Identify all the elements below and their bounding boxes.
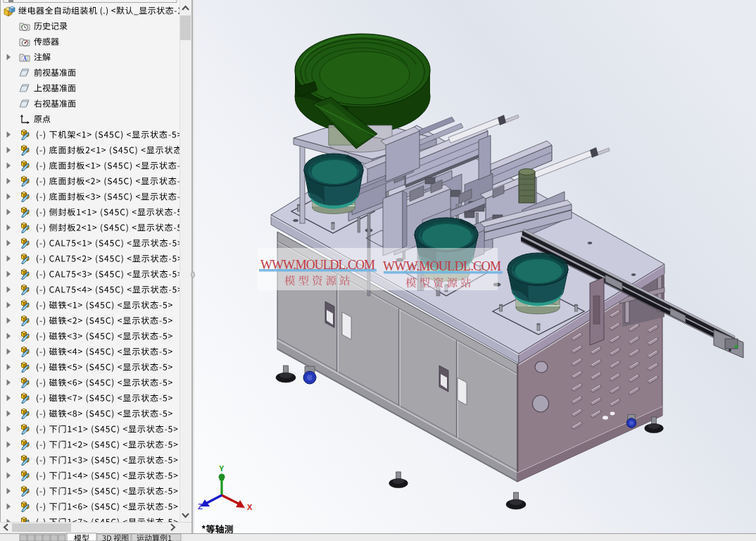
svg-text:X: X (247, 503, 253, 511)
svg-text:Z: Z (198, 502, 203, 511)
svg-text:Y: Y (219, 464, 225, 473)
